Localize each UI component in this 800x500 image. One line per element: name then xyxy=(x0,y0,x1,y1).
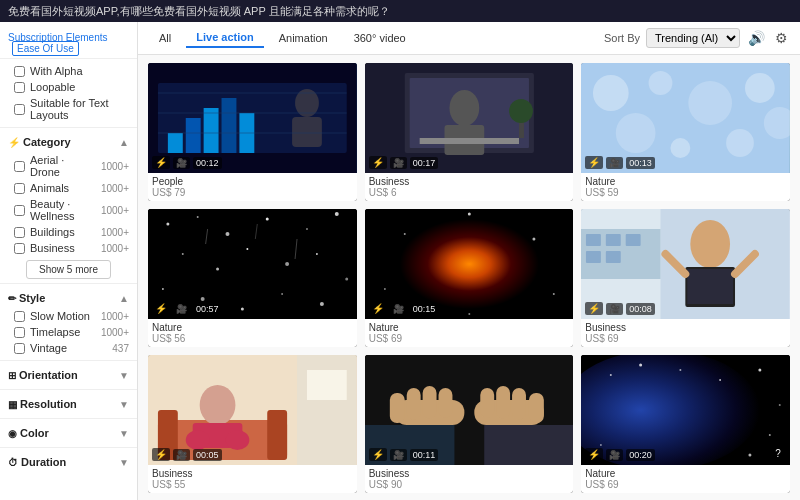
video-card-2[interactable]: ⚡ 🎥 00:17 Business US$ 6 xyxy=(365,63,574,201)
video-card-8[interactable]: ⚡ 🎥 00:11 Business US$ 90 xyxy=(365,355,574,493)
camera-badge-1: 🎥 xyxy=(173,157,190,169)
video-card-4[interactable]: ⚡ 🎥 00:57 Nature US$ 56 xyxy=(148,209,357,347)
video-1-meta: People US$ 79 xyxy=(148,173,357,201)
video-card-1[interactable]: ⚡ 🎥 00:12 People US$ 79 xyxy=(148,63,357,201)
svg-point-98 xyxy=(680,369,682,371)
duration-badge-5: 00:15 xyxy=(410,303,439,315)
beauty-checkbox[interactable] xyxy=(14,205,25,216)
svg-rect-93 xyxy=(484,425,573,465)
animals-checkbox[interactable] xyxy=(14,183,25,194)
top-bar: 免费看国外短视频APP,有哪些免费看国外短视频 APP 且能满足各种需求的呢？ xyxy=(0,0,800,22)
video-7-icons: ⚡ 🎥 00:05 xyxy=(152,448,222,461)
aerial-label: Aerial · Drone xyxy=(30,154,96,178)
category-chevron: ▲ xyxy=(119,137,129,148)
text-layouts-checkbox[interactable] xyxy=(14,104,25,115)
video-thumb-4: ⚡ 🎥 00:57 xyxy=(148,209,357,319)
orientation-section[interactable]: ⊞ Orientation ▼ xyxy=(0,365,137,385)
timelapse-checkbox[interactable] xyxy=(14,327,25,338)
sort-label: Sort By xyxy=(604,32,640,44)
sidebar-item-buildings[interactable]: Buildings 1000+ xyxy=(0,224,137,240)
duration-section[interactable]: ⏱ Duration ▼ xyxy=(0,452,137,472)
svg-point-100 xyxy=(759,369,762,372)
sidebar-item-aerial[interactable]: Aerial · Drone 1000+ xyxy=(0,152,137,180)
sidebar-item-slow-motion[interactable]: Slow Motion 1000+ xyxy=(0,308,137,324)
svg-point-43 xyxy=(201,297,205,301)
video-card-5[interactable]: ⚡ 🎥 00:15 Nature US$ 69 xyxy=(365,209,574,347)
business-checkbox[interactable] xyxy=(14,243,25,254)
category-section[interactable]: ⚡ Category ▲ xyxy=(0,132,137,152)
lightning-badge-4: ⚡ xyxy=(152,302,170,315)
svg-rect-8 xyxy=(292,117,322,147)
video-card-7[interactable]: ⚡ 🎥 00:05 Business US$ 55 xyxy=(148,355,357,493)
svg-point-26 xyxy=(726,129,754,157)
sidebar-item-timelapse[interactable]: Timelapse 1000+ xyxy=(0,324,137,340)
aerial-checkbox[interactable] xyxy=(14,161,25,172)
video-6-price: US$ 69 xyxy=(585,333,786,344)
lightning-icon-6: ⚡ xyxy=(588,303,600,314)
style-section[interactable]: ✏ Style ▲ xyxy=(0,288,137,308)
video-9-meta: Nature US$ 69 xyxy=(581,465,790,493)
tab-animation[interactable]: Animation xyxy=(268,28,339,48)
buildings-checkbox[interactable] xyxy=(14,227,25,238)
tab-live-action[interactable]: Live action xyxy=(186,28,263,48)
video-card-6[interactable]: ⚡ 🎥 00:08 Business US$ 69 xyxy=(581,209,790,347)
svg-point-30 xyxy=(166,223,169,226)
video-3-price: US$ 59 xyxy=(585,187,786,198)
ease-badge: Ease Of Use xyxy=(12,41,79,56)
beauty-label: Beauty · Wellness xyxy=(30,198,96,222)
video-card-9[interactable]: ⚡ 🎥 00:20 ? Nature US$ 69 xyxy=(581,355,790,493)
lightning-badge-8: ⚡ xyxy=(369,448,387,461)
duration-label: Duration xyxy=(21,456,119,468)
tab-all[interactable]: All xyxy=(148,28,182,48)
settings-button[interactable]: ⚙ xyxy=(773,28,790,48)
svg-rect-3 xyxy=(186,118,201,153)
svg-point-25 xyxy=(616,113,656,153)
help-button[interactable]: ? xyxy=(770,445,786,461)
sidebar-item-loopable[interactable]: Loopable xyxy=(0,79,137,95)
svg-rect-84 xyxy=(389,393,404,423)
animals-count: 1000+ xyxy=(101,183,129,194)
svg-point-103 xyxy=(749,454,752,457)
volume-button[interactable]: 🔊 xyxy=(746,28,767,48)
video-5-icons: ⚡ 🎥 00:15 xyxy=(369,302,439,315)
svg-point-75 xyxy=(200,385,236,425)
svg-rect-91 xyxy=(480,388,494,418)
color-section[interactable]: ◉ Color ▼ xyxy=(0,423,137,443)
buildings-label: Buildings xyxy=(30,226,96,238)
sort-select[interactable]: Trending (Al) Newest Oldest xyxy=(646,28,740,48)
duration-chevron: ▼ xyxy=(119,457,129,468)
video-8-meta: Business US$ 90 xyxy=(365,465,574,493)
video-1-icons: ⚡ 🎥 00:12 xyxy=(152,156,222,169)
svg-rect-66 xyxy=(586,234,601,246)
show-more-category-button[interactable]: Show 5 more xyxy=(26,260,111,279)
video-card-3[interactable]: ⚡ 🎥 00:13 Nature US$ 59 xyxy=(581,63,790,201)
svg-point-33 xyxy=(266,218,269,221)
sidebar-item-vintage[interactable]: Vintage 437 xyxy=(0,340,137,356)
duration-badge-6: 00:08 xyxy=(626,303,655,315)
resolution-section[interactable]: ▦ Resolution ▼ xyxy=(0,394,137,414)
main-content: All Live action Animation 360° video Sor… xyxy=(138,22,800,500)
sidebar-item-with-alpha[interactable]: With Alpha xyxy=(0,63,137,79)
svg-point-36 xyxy=(182,253,184,255)
svg-point-15 xyxy=(449,90,479,126)
vintage-checkbox[interactable] xyxy=(14,343,25,354)
camera-badge-2: 🎥 xyxy=(390,157,407,169)
sidebar-item-animals[interactable]: Animals 1000+ xyxy=(0,180,137,196)
svg-point-97 xyxy=(639,364,642,367)
video-5-meta: Nature US$ 69 xyxy=(365,319,574,347)
video-6-icons: ⚡ 🎥 00:08 xyxy=(585,302,655,315)
filter-bar: All Live action Animation 360° video Sor… xyxy=(138,22,800,55)
loopable-checkbox[interactable] xyxy=(14,82,25,93)
slow-motion-checkbox[interactable] xyxy=(14,311,25,322)
sidebar-item-text-layouts[interactable]: Suitable for Text Layouts xyxy=(0,95,137,123)
svg-rect-63 xyxy=(688,269,734,304)
duration-badge-9: 00:20 xyxy=(626,449,655,461)
lightning-icon-4: ⚡ xyxy=(155,303,167,314)
with-alpha-checkbox[interactable] xyxy=(14,66,25,77)
video-9-price: US$ 69 xyxy=(585,479,786,490)
category-icon: ⚡ xyxy=(8,137,20,148)
sidebar-item-beauty[interactable]: Beauty · Wellness 1000+ xyxy=(0,196,137,224)
tab-360-video[interactable]: 360° video xyxy=(343,28,417,48)
sidebar-item-business[interactable]: Business 1000+ xyxy=(0,240,137,256)
svg-point-99 xyxy=(719,379,721,381)
